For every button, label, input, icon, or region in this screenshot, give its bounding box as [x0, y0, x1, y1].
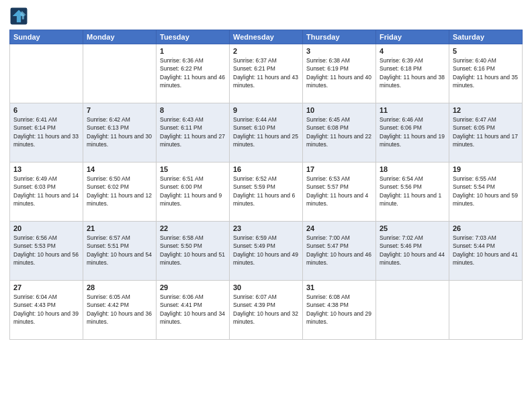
sunrise-text: Sunrise: 6:53 AM	[306, 175, 372, 183]
day-number: 22	[160, 224, 226, 232]
day-number: 16	[233, 165, 299, 173]
day-number: 8	[160, 106, 226, 114]
sunrise-text: Sunrise: 6:05 AM	[87, 293, 152, 301]
day-number: 1	[160, 47, 226, 55]
week-row-3: 13Sunrise: 6:49 AMSunset: 6:03 PMDayligh…	[10, 163, 523, 222]
day-number: 5	[453, 47, 519, 55]
week-row-4: 20Sunrise: 6:56 AMSunset: 5:53 PMDayligh…	[10, 222, 523, 281]
daylight-text: Daylight: 11 hours and 25 minutes.	[233, 132, 299, 149]
day-info: Sunrise: 6:56 AMSunset: 5:53 PMDaylight:…	[13, 234, 79, 267]
sunrise-text: Sunrise: 6:37 AM	[233, 56, 299, 64]
day-header-sunday: Sunday	[10, 30, 83, 44]
daylight-text: Daylight: 11 hours and 46 minutes.	[160, 73, 226, 90]
day-cell: 30Sunrise: 6:07 AMSunset: 4:39 PMDayligh…	[230, 281, 303, 340]
day-cell: 10Sunrise: 6:45 AMSunset: 6:08 PMDayligh…	[303, 103, 376, 163]
sunrise-text: Sunrise: 6:08 AM	[306, 293, 372, 301]
sunrise-text: Sunrise: 7:02 AM	[380, 234, 445, 242]
day-number: 6	[13, 106, 79, 114]
day-number: 3	[306, 47, 372, 55]
sunset-text: Sunset: 6:10 PM	[233, 124, 299, 132]
sunset-text: Sunset: 4:39 PM	[233, 301, 299, 309]
sunrise-text: Sunrise: 6:42 AM	[87, 116, 152, 124]
sunset-text: Sunset: 6:11 PM	[160, 124, 226, 132]
sunset-text: Sunset: 6:19 PM	[306, 64, 372, 73]
daylight-text: Daylight: 11 hours and 14 minutes.	[13, 191, 79, 208]
day-number: 14	[87, 165, 152, 173]
day-header-saturday: Saturday	[449, 30, 523, 44]
day-cell: 27Sunrise: 6:04 AMSunset: 4:43 PMDayligh…	[10, 281, 83, 340]
day-number: 27	[13, 283, 79, 291]
day-info: Sunrise: 7:02 AMSunset: 5:46 PMDaylight:…	[380, 234, 445, 267]
day-header-monday: Monday	[83, 30, 157, 44]
sunset-text: Sunset: 5:44 PM	[453, 242, 519, 250]
day-info: Sunrise: 7:03 AMSunset: 5:44 PMDaylight:…	[453, 234, 519, 267]
day-number: 7	[87, 106, 152, 114]
sunset-text: Sunset: 6:02 PM	[87, 183, 152, 191]
daylight-text: Daylight: 11 hours and 1 minute.	[380, 191, 445, 208]
sunset-text: Sunset: 5:47 PM	[306, 242, 372, 250]
day-number: 10	[306, 106, 372, 114]
sunrise-text: Sunrise: 6:59 AM	[233, 234, 299, 242]
day-cell: 20Sunrise: 6:56 AMSunset: 5:53 PMDayligh…	[10, 222, 83, 281]
day-info: Sunrise: 6:41 AMSunset: 6:14 PMDaylight:…	[13, 116, 79, 148]
day-info: Sunrise: 6:58 AMSunset: 5:50 PMDaylight:…	[160, 234, 226, 267]
daylight-text: Daylight: 10 hours and 44 minutes.	[380, 250, 445, 267]
daylight-text: Daylight: 10 hours and 49 minutes.	[233, 250, 299, 267]
day-header-tuesday: Tuesday	[157, 30, 230, 44]
day-header-thursday: Thursday	[303, 30, 376, 44]
header	[9, 7, 523, 26]
day-info: Sunrise: 6:50 AMSunset: 6:02 PMDaylight:…	[87, 175, 152, 208]
sunset-text: Sunset: 5:57 PM	[306, 183, 372, 191]
sunrise-text: Sunrise: 6:06 AM	[160, 293, 226, 301]
day-info: Sunrise: 6:40 AMSunset: 6:16 PMDaylight:…	[453, 56, 519, 89]
sunset-text: Sunset: 6:00 PM	[160, 183, 226, 191]
week-row-5: 27Sunrise: 6:04 AMSunset: 4:43 PMDayligh…	[10, 281, 523, 340]
sunrise-text: Sunrise: 6:38 AM	[306, 56, 372, 64]
daylight-text: Daylight: 11 hours and 17 minutes.	[453, 132, 519, 149]
day-cell: 2Sunrise: 6:37 AMSunset: 6:21 PMDaylight…	[230, 44, 303, 103]
day-cell	[376, 281, 449, 340]
sunset-text: Sunset: 5:54 PM	[453, 183, 519, 191]
daylight-text: Daylight: 11 hours and 22 minutes.	[306, 132, 372, 149]
sunset-text: Sunset: 4:41 PM	[160, 301, 226, 309]
daylight-text: Daylight: 11 hours and 19 minutes.	[380, 132, 445, 149]
day-number: 9	[233, 106, 299, 114]
day-number: 18	[380, 165, 445, 173]
sunset-text: Sunset: 4:43 PM	[13, 301, 79, 309]
daylight-text: Daylight: 11 hours and 43 minutes.	[233, 73, 299, 90]
daylight-text: Daylight: 11 hours and 30 minutes.	[87, 132, 152, 149]
day-cell	[449, 281, 523, 340]
day-info: Sunrise: 6:51 AMSunset: 6:00 PMDaylight:…	[160, 175, 226, 208]
sunrise-text: Sunrise: 6:55 AM	[453, 175, 519, 183]
day-info: Sunrise: 6:59 AMSunset: 5:49 PMDaylight:…	[233, 234, 299, 267]
day-number: 11	[380, 106, 445, 114]
day-cell: 9Sunrise: 6:44 AMSunset: 6:10 PMDaylight…	[230, 103, 303, 163]
sunset-text: Sunset: 5:53 PM	[13, 242, 79, 250]
sunrise-text: Sunrise: 6:43 AM	[160, 116, 226, 124]
day-number: 30	[233, 283, 299, 291]
day-info: Sunrise: 6:52 AMSunset: 5:59 PMDaylight:…	[233, 175, 299, 208]
sunset-text: Sunset: 6:22 PM	[160, 64, 226, 73]
sunrise-text: Sunrise: 6:47 AM	[453, 116, 519, 124]
day-info: Sunrise: 6:49 AMSunset: 6:03 PMDaylight:…	[13, 175, 79, 208]
sunset-text: Sunset: 6:08 PM	[306, 124, 372, 132]
daylight-text: Daylight: 10 hours and 56 minutes.	[13, 250, 79, 267]
sunrise-text: Sunrise: 6:54 AM	[380, 175, 445, 183]
day-info: Sunrise: 6:46 AMSunset: 6:06 PMDaylight:…	[380, 116, 445, 148]
day-cell: 17Sunrise: 6:53 AMSunset: 5:57 PMDayligh…	[303, 163, 376, 222]
sunset-text: Sunset: 4:42 PM	[87, 301, 152, 309]
day-number: 24	[306, 224, 372, 232]
day-cell: 31Sunrise: 6:08 AMSunset: 4:38 PMDayligh…	[303, 281, 376, 340]
day-info: Sunrise: 6:45 AMSunset: 6:08 PMDaylight:…	[306, 116, 372, 148]
sunrise-text: Sunrise: 6:49 AM	[13, 175, 79, 183]
sunset-text: Sunset: 5:56 PM	[380, 183, 445, 191]
day-info: Sunrise: 6:44 AMSunset: 6:10 PMDaylight:…	[233, 116, 299, 148]
day-info: Sunrise: 6:55 AMSunset: 5:54 PMDaylight:…	[453, 175, 519, 208]
day-number: 17	[306, 165, 372, 173]
day-info: Sunrise: 6:39 AMSunset: 6:18 PMDaylight:…	[380, 56, 445, 89]
day-cell: 29Sunrise: 6:06 AMSunset: 4:41 PMDayligh…	[157, 281, 230, 340]
day-cell: 19Sunrise: 6:55 AMSunset: 5:54 PMDayligh…	[449, 163, 523, 222]
day-info: Sunrise: 6:43 AMSunset: 6:11 PMDaylight:…	[160, 116, 226, 148]
day-number: 25	[380, 224, 445, 232]
day-number: 29	[160, 283, 226, 291]
